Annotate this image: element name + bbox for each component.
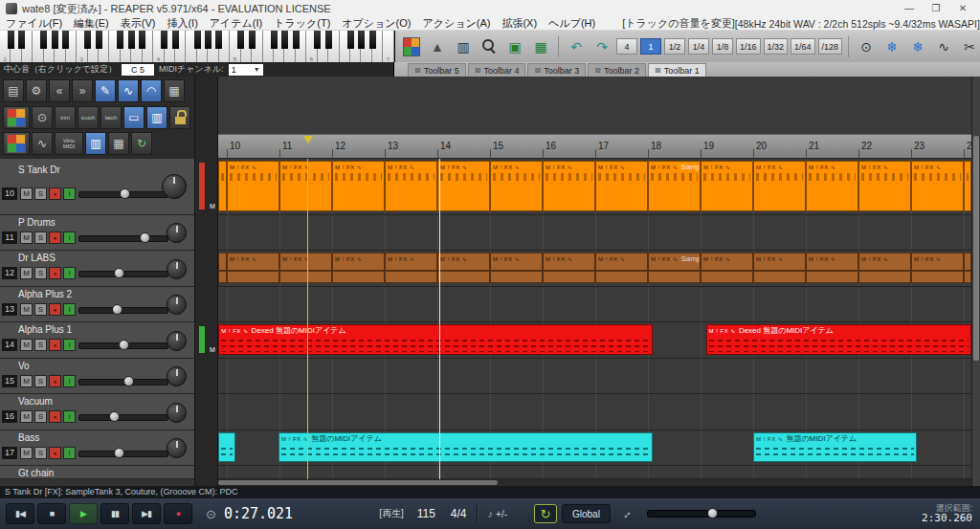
track-solo-button[interactable]: S	[34, 447, 47, 459]
track-volume-slider[interactable]	[78, 379, 168, 386]
track-mute-button[interactable]: M	[20, 267, 33, 279]
menu-item-9[interactable]: ヘルプ(H)	[543, 16, 601, 31]
menu-item-7[interactable]: アクション(A)	[416, 16, 496, 31]
grid-settings-icon[interactable]: ▦	[529, 35, 552, 58]
track-panel-p-drums[interactable]: P Drums11MS●I	[0, 215, 194, 251]
piano-black-key[interactable]	[314, 31, 321, 49]
virtual-midi-keyboard[interactable]: 234567	[0, 31, 395, 62]
track-solo-button[interactable]: S	[34, 410, 47, 423]
track-pan-knob[interactable]	[167, 295, 187, 315]
lane-alpha-plus-2[interactable]	[218, 287, 971, 322]
track-solo-button[interactable]: S	[34, 339, 47, 351]
automation-trim-button[interactable]: trim	[55, 106, 76, 129]
media-item[interactable]: M ! FX ∿無題のMIDIアイテム	[753, 432, 917, 462]
track-mute-button[interactable]: M	[20, 375, 33, 387]
track-pan-knob[interactable]	[167, 331, 187, 351]
recycle-icon[interactable]: ↻	[131, 132, 152, 155]
stop-button[interactable]: ■	[37, 503, 66, 524]
menu-item-2[interactable]: 表示(V)	[115, 16, 162, 31]
lock-icon[interactable]	[169, 106, 190, 129]
media-item[interactable]: M ! FX ∿	[490, 161, 543, 211]
wave-edit-icon[interactable]: ∿	[32, 132, 53, 155]
media-item[interactable]: M ! FX ∿	[332, 161, 385, 211]
track-monitor-button[interactable]: I	[63, 303, 76, 316]
tempo-bpm[interactable]: 115	[417, 507, 435, 520]
media-item[interactable]: M ! FX ∿Dexed 無題のMIDIアイテム	[706, 324, 972, 355]
track-recarm-button[interactable]: ●	[49, 447, 61, 459]
record-button[interactable]: ●	[164, 503, 192, 524]
media-item[interactable]: M ! FX ∿	[701, 161, 753, 211]
menu-item-5[interactable]: トラック(T)	[268, 16, 336, 31]
track-panel-alpha-plus-1[interactable]: Alpha Plus 114MS●I	[0, 322, 194, 359]
menu-item-6[interactable]: オプション(O)	[336, 16, 416, 31]
automation-touch-button[interactable]: touch	[78, 106, 99, 129]
track-volume-thumb[interactable]	[109, 411, 120, 422]
envelope-arc-icon[interactable]: ◠	[141, 79, 162, 102]
track-recarm-button[interactable]: ●	[49, 375, 61, 387]
lane-gt-chain[interactable]	[218, 466, 971, 479]
master-playrate-thumb[interactable]	[707, 508, 718, 518]
piano-black-key[interactable]	[128, 31, 135, 49]
grid-division-1-64[interactable]: 1/64	[791, 38, 815, 55]
media-item[interactable]: M ! FX ∿	[911, 161, 964, 211]
media-item[interactable]: M ! FX ∿	[543, 253, 595, 283]
tempo-clock-icon[interactable]: ⊙	[855, 35, 878, 58]
track-pan-knob[interactable]	[167, 366, 187, 386]
track-solo-button[interactable]: S	[34, 303, 47, 316]
play-button[interactable]: ▶	[69, 503, 98, 524]
piano-black-key[interactable]	[215, 31, 222, 49]
grid-division-1-2[interactable]: 1/2	[664, 38, 685, 55]
color-tool-icon[interactable]	[3, 106, 30, 129]
tab-toolbar-4[interactable]: ⊠Toolbar 4	[468, 63, 526, 77]
track-volume-thumb[interactable]	[140, 232, 150, 243]
piano-black-key[interactable]	[194, 31, 201, 49]
master-playrate-slider[interactable]	[647, 510, 756, 518]
media-item[interactable]: M ! FX ∿	[332, 253, 385, 283]
horizontal-scrollbar[interactable]	[218, 479, 971, 486]
go-to-end-button[interactable]: ▶▮	[132, 503, 161, 524]
track-monitor-button[interactable]: I	[63, 267, 76, 279]
track-mute-button[interactable]: M	[20, 231, 33, 244]
close-button[interactable]: ✕	[949, 0, 976, 17]
piano-black-key[interactable]	[281, 31, 288, 49]
tab-toolbar-2[interactable]: ⊠Toolbar 2	[588, 63, 646, 77]
track-solo-button[interactable]: S	[34, 231, 47, 244]
range-select-icon[interactable]: ▭	[123, 106, 145, 129]
track-volume-slider[interactable]	[78, 451, 168, 457]
media-item[interactable]	[218, 432, 235, 462]
media-item[interactable]	[964, 161, 971, 211]
arrange-lanes[interactable]: M ! FX ∿M ! FX ∿M ! FX ∿M ! FX ∿M ! FX ∿…	[218, 159, 971, 479]
timeline-ruler[interactable]: 101112131415161718192021222324	[218, 134, 971, 159]
track-mute-button[interactable]: M	[20, 339, 33, 351]
grid-division-1-4[interactable]: 1/4	[688, 38, 709, 55]
track-volume-thumb[interactable]	[119, 340, 129, 350]
track-panel-gt-chain[interactable]: Gt chain	[0, 466, 194, 479]
media-item[interactable]: M ! FX ∿	[437, 253, 490, 283]
track-monitor-button[interactable]: I	[63, 187, 76, 200]
tab-toolbar-5[interactable]: ⊠Toolbar 5	[408, 63, 466, 77]
piano-black-key[interactable]	[271, 31, 278, 49]
lane-vacuum[interactable]	[218, 394, 971, 430]
playrate-adjust[interactable]: +/-	[496, 509, 507, 519]
track-volume-slider[interactable]	[78, 235, 168, 242]
track-recarm-button[interactable]: ●	[49, 187, 61, 200]
menu-item-3[interactable]: 挿入(I)	[161, 16, 203, 31]
media-item[interactable]	[218, 253, 227, 283]
media-item[interactable]: M ! FX ∿Sample Tan...	[648, 161, 701, 211]
midi-editor-icon[interactable]	[3, 132, 30, 155]
media-item[interactable]	[964, 253, 971, 283]
grid-division-1-8[interactable]: 1/8	[712, 38, 733, 55]
track-pan-knob[interactable]	[162, 174, 187, 199]
zoom-icon[interactable]	[478, 35, 501, 58]
grid-division--128[interactable]: /128	[818, 38, 843, 55]
media-item[interactable]: M ! FX ∿	[227, 161, 279, 211]
envelope-wave-icon[interactable]: ∿	[932, 35, 955, 58]
grid-division-1-16[interactable]: 1/16	[736, 38, 761, 55]
track-recarm-button[interactable]: ●	[49, 267, 61, 279]
track-panel-vo[interactable]: Vo15MS●I	[0, 359, 194, 394]
playback-time-display[interactable]: 0:27.021	[224, 505, 293, 522]
repeat-toggle-button[interactable]: ↻	[534, 504, 557, 523]
track-volume-slider[interactable]	[78, 191, 168, 198]
track-volume-thumb[interactable]	[112, 304, 122, 315]
track-panel-vacuum[interactable]: Vacuum16MS●I	[0, 394, 194, 430]
